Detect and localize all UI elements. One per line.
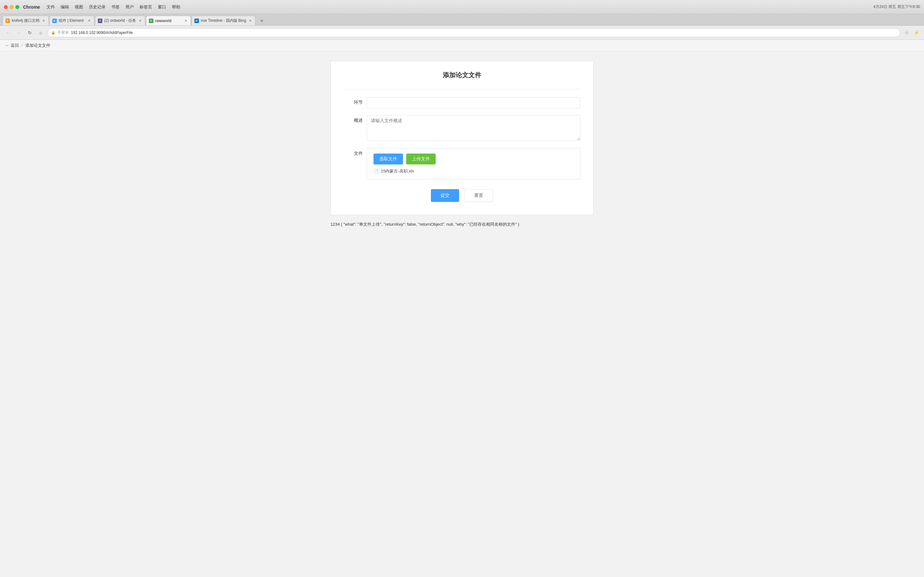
- huanjie-input[interactable]: [367, 97, 580, 109]
- tab-favicon-1: K: [5, 19, 10, 23]
- new-tab-button[interactable]: +: [257, 16, 266, 25]
- form-card: 添加论文文件 环节 概述 文件 选取文件 上传文件: [330, 61, 594, 215]
- form-title: 添加论文文件: [344, 71, 580, 79]
- menu-bookmarks[interactable]: 书签: [111, 4, 120, 10]
- titlebar-menu: 文件 编辑 视图 历史记录 书签 用户 标签页 窗口 帮助: [47, 4, 180, 10]
- breadcrumb-current: 添加论文文件: [25, 43, 50, 48]
- app-name: Chrome: [23, 5, 40, 10]
- tab-bing[interactable]: B vue Timeline - 国内版 Bing ✕: [192, 16, 255, 25]
- page-content: 添加论文文件 环节 概述 文件 选取文件 上传文件: [0, 51, 924, 577]
- form-row-gaishu: 概述: [344, 115, 580, 142]
- tab-close-4[interactable]: ✕: [184, 19, 188, 23]
- address-input-wrap[interactable]: 🔒 不安全 192.168.0.102:9090/#/AddPaperFile: [47, 28, 900, 37]
- submit-button[interactable]: 提交: [431, 189, 459, 202]
- tab-favicon-2: E: [52, 19, 57, 23]
- titlebar-right: 4月24日 周五 周五下午8:30: [873, 4, 920, 10]
- gaishu-label: 概述: [344, 115, 363, 123]
- menu-user[interactable]: 用户: [126, 4, 134, 10]
- gaishu-control: [367, 115, 580, 142]
- address-text[interactable]: 192.168.0.102:9090/#/AddPaperFile: [71, 31, 897, 35]
- back-label[interactable]: 返回: [11, 43, 19, 48]
- maximize-button[interactable]: [15, 5, 19, 9]
- traffic-lights[interactable]: [4, 5, 19, 9]
- upload-file-button[interactable]: 上传文件: [406, 153, 436, 164]
- address-bar: ← → ↻ ⌂ 🔒 不安全 192.168.0.102:9090/#/AddPa…: [0, 26, 924, 40]
- response-text: 1234 { "what": "单文件上传", "returnKey": fal…: [330, 221, 594, 227]
- tab-close-5[interactable]: ✕: [248, 19, 252, 23]
- tab-element[interactable]: E 组件 | Element ✕: [49, 16, 94, 25]
- menu-file[interactable]: 文件: [47, 4, 55, 10]
- form-row-huanjie: 环节: [344, 97, 580, 109]
- back-button[interactable]: ←: [4, 29, 12, 37]
- extensions-button[interactable]: ⚡: [913, 29, 920, 37]
- wenjian-control: 选取文件 上传文件 📄 15内蒙古-高职.xls: [367, 148, 580, 179]
- titlebar: Chrome 文件 编辑 视图 历史记录 书签 用户 标签页 窗口 帮助 4月2…: [0, 0, 924, 14]
- address-bar-actions: ☆ ⚡: [903, 29, 920, 37]
- tab-favicon-4: N: [149, 19, 153, 23]
- menu-help[interactable]: 帮助: [172, 4, 180, 10]
- tab-bar: K knife4j 接口文档 ✕ E 组件 | Element ✕ O (2) …: [0, 14, 924, 26]
- menu-view[interactable]: 视图: [75, 4, 83, 10]
- form-row-wenjian: 文件 选取文件 上传文件 📄 15内蒙古-高职.xls: [344, 148, 580, 179]
- datetime: 4月24日 周五 周五下午8:30: [873, 4, 920, 10]
- tab-title-5: vue Timeline - 国内版 Bing: [201, 18, 246, 23]
- tab-knife4j[interactable]: K knife4j 接口文档 ✕: [3, 16, 49, 25]
- back-link[interactable]: ← 返回: [5, 43, 19, 48]
- menu-window[interactable]: 窗口: [158, 4, 166, 10]
- bookmark-button[interactable]: ☆: [903, 29, 911, 37]
- tab-ordworld[interactable]: O (2) ordworld - 任务 ✕: [95, 16, 145, 25]
- select-file-button[interactable]: 选取文件: [373, 153, 403, 164]
- file-buttons: 选取文件 上传文件: [373, 153, 573, 164]
- reload-button[interactable]: ↻: [26, 29, 34, 37]
- menu-history[interactable]: 历史记录: [89, 4, 105, 10]
- breadcrumb-separator: /: [21, 43, 23, 48]
- back-arrow-icon: ←: [5, 43, 9, 48]
- huanjie-label: 环节: [344, 97, 363, 105]
- close-button[interactable]: [4, 5, 8, 9]
- huanjie-control: [367, 97, 580, 109]
- file-item: 📄 15内蒙古-高职.xls: [373, 168, 573, 174]
- tab-newworld[interactable]: N newworld ✕: [146, 16, 191, 25]
- tab-title-1: knife4j 接口文档: [12, 18, 39, 23]
- tab-close-2[interactable]: ✕: [87, 19, 91, 23]
- reset-button[interactable]: 重置: [464, 189, 493, 202]
- gaishu-textarea[interactable]: [367, 115, 580, 141]
- forward-button[interactable]: →: [15, 29, 23, 37]
- tab-favicon-5: B: [194, 19, 199, 23]
- home-button[interactable]: ⌂: [37, 29, 45, 37]
- wenjian-label: 文件: [344, 148, 363, 156]
- tab-title-2: 组件 | Element: [59, 18, 85, 23]
- file-doc-icon: 📄: [373, 169, 379, 174]
- file-section: 选取文件 上传文件 📄 15内蒙古-高职.xls: [367, 148, 580, 179]
- tab-close-1[interactable]: ✕: [41, 19, 46, 23]
- breadcrumb: ← 返回 / 添加论文文件: [0, 40, 924, 51]
- tab-close-3[interactable]: ✕: [138, 19, 142, 23]
- form-actions: 提交 重置: [344, 189, 580, 202]
- minimize-button[interactable]: [10, 5, 13, 9]
- tab-title-3: (2) ordworld - 任务: [104, 18, 136, 23]
- tab-favicon-3: O: [98, 19, 102, 23]
- file-name: 15内蒙古-高职.xls: [381, 168, 414, 174]
- not-secure-label: 不安全: [57, 30, 69, 35]
- menu-edit[interactable]: 编辑: [61, 4, 69, 10]
- tab-title-4: newworld: [155, 19, 182, 23]
- menu-tabs[interactable]: 标签页: [140, 4, 152, 10]
- security-icon: 🔒: [51, 31, 55, 35]
